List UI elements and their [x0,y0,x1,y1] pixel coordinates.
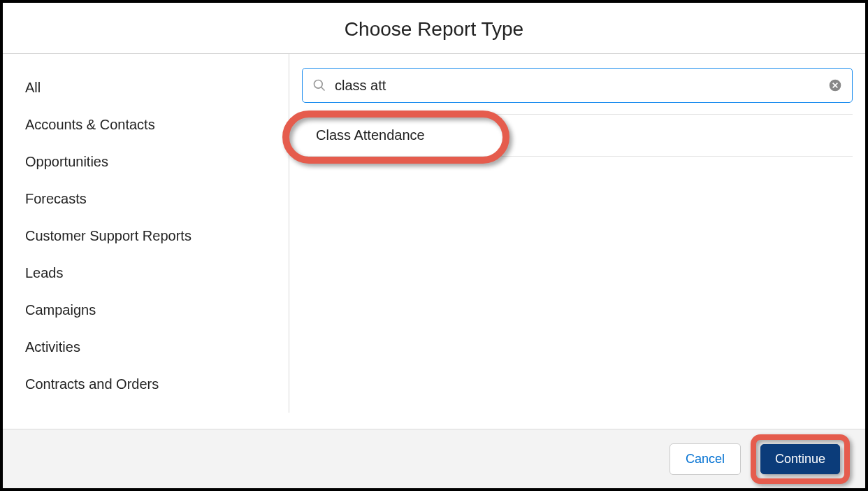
dialog-footer: Cancel Continue [3,429,865,488]
clear-icon[interactable] [828,78,842,92]
svg-line-1 [321,87,325,91]
main-panel: Class Attendance [289,54,865,413]
sidebar-item-accounts-contacts[interactable]: Accounts & Contacts [25,106,289,143]
search-icon [312,78,326,92]
sidebar-item-customer-support[interactable]: Customer Support Reports [25,218,289,255]
sidebar-item-forecasts[interactable]: Forecasts [25,180,289,218]
continue-button[interactable]: Continue [760,444,840,474]
result-item-class-attendance[interactable]: Class Attendance [302,115,853,157]
category-sidebar: All Accounts & Contacts Opportunities Fo… [3,54,289,413]
svg-point-0 [314,80,323,89]
sidebar-item-activities[interactable]: Activities [25,329,289,366]
result-list: Class Attendance [302,114,853,157]
dialog-header: Choose Report Type [3,3,865,54]
annotation-highlight-continue: Continue [751,434,850,484]
sidebar-item-leads[interactable]: Leads [25,255,289,292]
sidebar-item-campaigns[interactable]: Campaigns [25,292,289,329]
sidebar-item-opportunities[interactable]: Opportunities [25,143,289,180]
cancel-button[interactable]: Cancel [670,443,741,475]
sidebar-item-contracts-orders[interactable]: Contracts and Orders [25,366,289,403]
search-input[interactable] [335,78,828,94]
dialog-content: All Accounts & Contacts Opportunities Fo… [3,54,865,413]
result-item-label: Class Attendance [316,127,425,143]
search-box[interactable] [302,68,853,103]
dialog-title: Choose Report Type [3,18,865,41]
sidebar-item-all[interactable]: All [25,69,289,106]
